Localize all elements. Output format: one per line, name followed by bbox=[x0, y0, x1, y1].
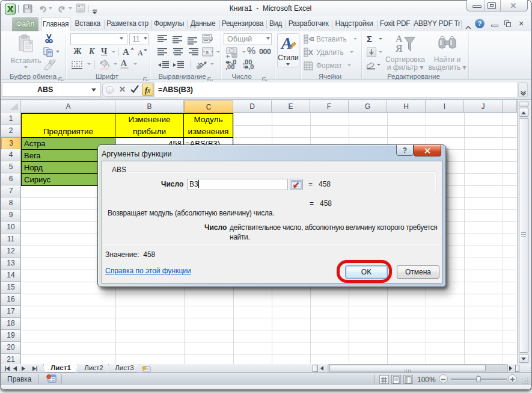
svg-text:А: А bbox=[396, 34, 403, 44]
svg-text:A: A bbox=[121, 58, 127, 68]
svg-text:Я: Я bbox=[396, 43, 403, 54]
svg-text:A: A bbox=[280, 34, 292, 52]
svg-text:a: a bbox=[206, 49, 209, 55]
svg-text:A: A bbox=[123, 47, 129, 57]
svg-text:A: A bbox=[138, 49, 143, 57]
